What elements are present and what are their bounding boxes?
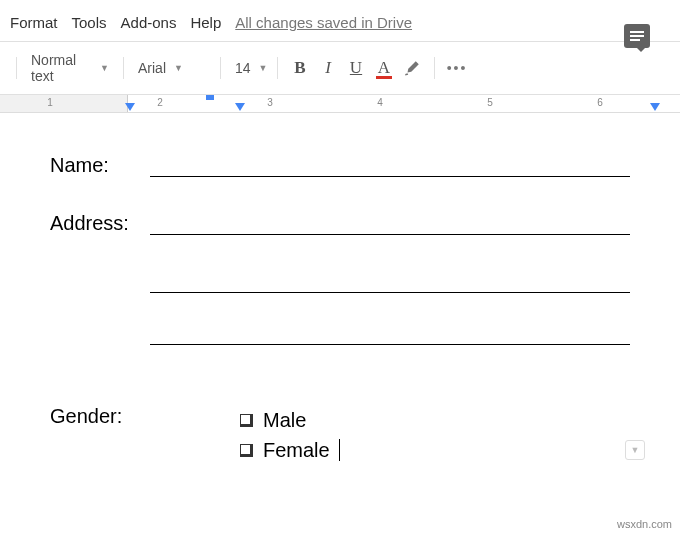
font-size-dropdown[interactable]: 14 ▼ (229, 56, 269, 80)
address-label: Address: (50, 212, 150, 235)
font-size-value: 14 (235, 60, 251, 76)
toolbar-separator (220, 57, 221, 79)
name-row: Name: (50, 153, 630, 177)
paragraph-style-dropdown[interactable]: Normal text ▼ (25, 48, 115, 88)
italic-button[interactable]: I (314, 54, 342, 82)
toolbar-separator (16, 57, 17, 79)
gender-option-label: Male (263, 405, 306, 435)
toolbar-separator (277, 57, 278, 79)
menu-tools[interactable]: Tools (72, 14, 107, 31)
comment-lines (630, 29, 644, 43)
paragraph-style-label: Normal text (31, 52, 92, 84)
dropdown-arrow-icon: ▼ (174, 63, 183, 73)
address-line-1[interactable] (150, 211, 630, 235)
ruler-label: 2 (157, 97, 163, 108)
right-indent-marker[interactable] (650, 103, 660, 111)
more-tools-button[interactable]: ••• (443, 54, 471, 82)
watermark: wsxdn.com (617, 518, 672, 530)
gender-row: Gender: Male Female (50, 405, 630, 465)
ruler[interactable]: 1 2 3 4 5 6 (0, 95, 680, 113)
first-line-indent-marker[interactable] (206, 95, 214, 100)
saved-status[interactable]: All changes saved in Drive (235, 14, 412, 31)
address-row: Address: (50, 211, 630, 235)
checkbox-icon[interactable] (240, 444, 253, 457)
comment-icon[interactable] (624, 24, 650, 48)
address-line-3[interactable] (150, 321, 630, 345)
gender-option-female[interactable]: Female (240, 435, 340, 465)
font-family-label: Arial (138, 60, 166, 76)
dropdown-arrow-icon: ▼ (100, 63, 109, 73)
highlighter-icon (403, 59, 421, 77)
gender-option-label: Female (263, 435, 330, 465)
gender-option-male[interactable]: Male (240, 405, 340, 435)
ruler-label: 3 (267, 97, 273, 108)
bold-button[interactable]: B (286, 54, 314, 82)
dropdown-arrow-icon: ▼ (259, 63, 268, 73)
underline-button[interactable]: U (342, 54, 370, 82)
text-color-button[interactable]: A (370, 54, 398, 82)
text-cursor (339, 439, 340, 461)
outline-toggle-button[interactable]: ▼ (625, 440, 645, 460)
ruler-label: 5 (487, 97, 493, 108)
font-family-dropdown[interactable]: Arial ▼ (132, 56, 212, 80)
address-line-2[interactable] (150, 269, 630, 293)
checkbox-icon[interactable] (240, 414, 253, 427)
toolbar: Normal text ▼ Arial ▼ 14 ▼ B I U A ••• (0, 41, 680, 95)
hanging-indent-marker[interactable] (235, 103, 245, 111)
ruler-label: 4 (377, 97, 383, 108)
name-line[interactable] (150, 153, 630, 177)
text-color-swatch (376, 76, 392, 79)
menu-help[interactable]: Help (190, 14, 221, 31)
gender-options: Male Female (240, 405, 340, 465)
toolbar-separator (123, 57, 124, 79)
left-indent-marker[interactable] (125, 103, 135, 111)
document-canvas[interactable]: Name: Address: Gender: Male Female (0, 113, 680, 485)
toolbar-separator (434, 57, 435, 79)
ruler-label: 6 (597, 97, 603, 108)
highlight-button[interactable] (398, 54, 426, 82)
name-label: Name: (50, 154, 150, 177)
menu-addons[interactable]: Add-ons (121, 14, 177, 31)
ruler-label: 1 (47, 97, 53, 108)
menubar: Format Tools Add-ons Help All changes sa… (0, 0, 680, 41)
menu-format[interactable]: Format (10, 14, 58, 31)
gender-label: Gender: (50, 405, 240, 465)
